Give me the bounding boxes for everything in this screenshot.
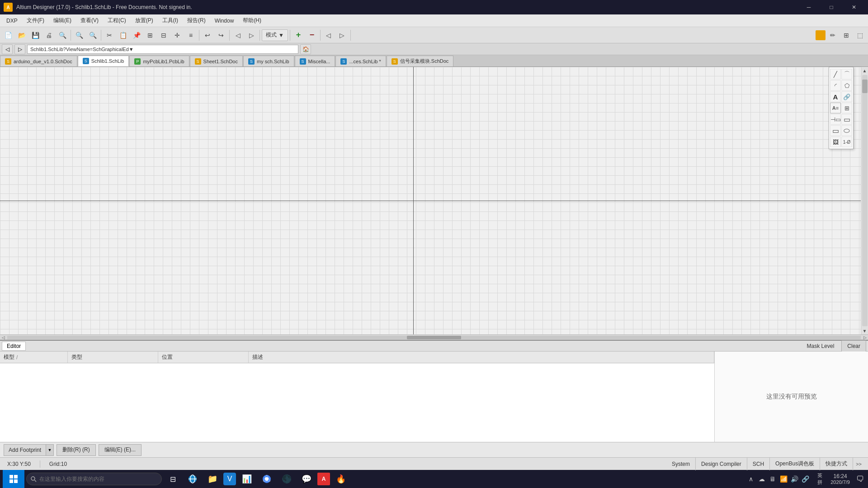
find-button[interactable]: 🔍 <box>56 29 69 42</box>
zoom-in-button[interactable]: 🔍 <box>73 29 85 42</box>
add-pin-button[interactable]: ⊣▭ <box>830 114 841 125</box>
hscroll-thumb[interactable] <box>407 336 461 339</box>
scroll-down-button[interactable]: ▼ <box>861 327 868 334</box>
draw-polygon-button[interactable]: ⬠ <box>841 80 852 91</box>
tab-arduino[interactable]: S arduino_due_v1.0.SchDoc <box>0 56 77 66</box>
maximize-button[interactable]: □ <box>821 0 842 14</box>
start-button[interactable] <box>3 470 24 488</box>
tray-volume-icon[interactable]: 🔊 <box>789 474 799 484</box>
status-tab-design[interactable]: Design Compiler <box>696 458 747 470</box>
add-textbox-button[interactable]: A≡ <box>830 103 841 113</box>
menu-report[interactable]: 报告(R) <box>183 15 210 26</box>
minus-button[interactable]: − <box>306 29 318 42</box>
scroll-up-button[interactable]: ▲ <box>861 67 868 74</box>
taskbar-altium-icon[interactable]: A <box>317 473 330 485</box>
addr-back-button[interactable]: ◁ <box>2 44 13 54</box>
menu-help[interactable]: 帮助(H) <box>238 15 266 26</box>
tray-up-icon[interactable]: ∧ <box>746 474 756 484</box>
add-rect-button[interactable]: ▭ <box>841 114 852 125</box>
tray-wifi-icon[interactable]: 📶 <box>778 474 788 484</box>
menu-window[interactable]: Window <box>210 16 239 26</box>
minimize-button[interactable]: ─ <box>798 0 819 14</box>
tab-pcblib[interactable]: P myPcbLib1.PcbLib <box>129 56 189 66</box>
save-button[interactable]: 💾 <box>29 29 42 42</box>
grid-btn[interactable]: ⊞ <box>840 29 853 42</box>
add-image-button[interactable]: 🖼 <box>830 136 841 147</box>
taskbar-wechat-icon[interactable]: 💬 <box>297 470 316 488</box>
status-tab-sch[interactable]: SCH <box>747 458 770 470</box>
taskbar-fire-icon[interactable]: 🔥 <box>332 470 350 488</box>
copy-button[interactable]: 📋 <box>117 29 129 42</box>
address-input[interactable] <box>27 45 298 54</box>
layer-btn[interactable]: ⬚ <box>854 29 866 42</box>
add-text-button[interactable]: A <box>830 91 841 102</box>
draw-btn[interactable]: ✏ <box>826 29 839 42</box>
taskbar-dark-icon[interactable]: 🌑 <box>278 470 296 488</box>
scroll-thumb[interactable] <box>862 80 868 93</box>
add-footprint-button[interactable]: Add Footprint <box>4 444 46 456</box>
add-link-button[interactable]: 🔗 <box>841 91 852 102</box>
language-indicator[interactable]: 英 拼 <box>815 472 825 486</box>
taskbar-ie-icon[interactable] <box>184 470 202 488</box>
hscroll-left-button[interactable]: ◁ <box>0 335 6 340</box>
add-number-button[interactable]: 1-Ø <box>841 136 852 147</box>
align-button[interactable]: ≡ <box>184 29 197 42</box>
add-table-button[interactable]: ⊞ <box>841 103 852 113</box>
draw-arc-button[interactable]: ◜ <box>830 80 841 91</box>
taskbar-search[interactable] <box>26 473 162 485</box>
nav-prev-button[interactable]: ◁ <box>322 29 335 42</box>
close-button[interactable]: ✕ <box>844 0 864 14</box>
tab-sheet1[interactable]: S Sheet1.SchDoc <box>190 56 243 66</box>
status-tab-system[interactable]: System <box>666 458 696 470</box>
menu-edit[interactable]: 编辑(E) <box>49 15 76 26</box>
task-view-button[interactable]: ⊟ <box>164 470 182 488</box>
menu-tools[interactable]: 工具(I) <box>158 15 183 26</box>
draw-line-button[interactable]: ╱ <box>830 69 841 80</box>
nav-next-button[interactable]: ▷ <box>336 29 349 42</box>
status-expand-button[interactable]: >> <box>853 461 864 467</box>
add-ellipse-button[interactable]: ⬭ <box>841 125 852 136</box>
edit-button[interactable]: 编辑(E) (E)... <box>99 444 142 456</box>
tab-schlib1[interactable]: S Schlib1.SchLib <box>78 56 129 66</box>
tray-display-icon[interactable]: 🖥 <box>768 474 778 484</box>
grid-btn-1[interactable] <box>816 30 826 40</box>
taskbar-v-icon[interactable]: V <box>223 473 236 485</box>
print-button[interactable]: 🖨 <box>42 29 55 42</box>
undo-button[interactable]: ↩ <box>201 29 214 42</box>
clock[interactable]: 16:24 2020/7/9 <box>827 473 854 485</box>
taskbar-chart-icon[interactable]: 📊 <box>238 470 256 488</box>
tab-misc[interactable]: S Miscella... <box>295 56 335 66</box>
menu-dxp[interactable]: DXP <box>2 16 22 26</box>
tab-mysch[interactable]: S my sch.SchLib <box>243 56 294 66</box>
menu-file[interactable]: 文件(F) <box>22 15 49 26</box>
tray-network-icon[interactable]: 🔗 <box>800 474 810 484</box>
tab-signal[interactable]: S 信号采集模块.SchDoc <box>387 56 454 66</box>
select-button[interactable]: ⊞ <box>144 29 156 42</box>
deselect-button[interactable]: ⊟ <box>157 29 170 42</box>
new-button[interactable]: 📄 <box>2 29 14 42</box>
plus-button[interactable]: + <box>292 29 305 42</box>
taskbar-explorer-icon[interactable]: 📁 <box>203 470 222 488</box>
editor-tab[interactable]: Editor <box>2 342 26 351</box>
redo-button[interactable]: ↪ <box>215 29 227 42</box>
delete-button[interactable]: 删除(R) (R) <box>57 444 96 456</box>
menu-view[interactable]: 查看(V) <box>76 15 103 26</box>
taskbar-search-input[interactable] <box>39 476 158 482</box>
hscroll-right-button[interactable]: ▷ <box>862 335 868 340</box>
move-button[interactable]: ✛ <box>171 29 184 42</box>
clear-button[interactable]: Clear <box>841 340 866 352</box>
cut-button[interactable]: ✂ <box>103 29 116 42</box>
menu-project[interactable]: 工程(C) <box>103 15 131 26</box>
add-footprint-dropdown[interactable]: ▼ <box>46 444 54 456</box>
addr-home-button[interactable]: 🏠 <box>300 44 311 54</box>
menu-place[interactable]: 放置(P) <box>131 15 158 26</box>
status-tab-shortcuts[interactable]: 快捷方式 <box>820 458 853 470</box>
tab-ces[interactable]: S ...ces.SchLib * <box>335 56 386 66</box>
paste-button[interactable]: 📌 <box>130 29 143 42</box>
taskbar-chrome-icon[interactable] <box>258 470 276 488</box>
status-tab-openbus[interactable]: OpenBus调色板 <box>770 458 820 470</box>
nav-forward-button[interactable]: ▷ <box>245 29 258 42</box>
draw-arc-line-button[interactable]: ⌒ <box>841 69 852 80</box>
tray-cloud-icon[interactable]: ☁ <box>757 474 767 484</box>
mode-button[interactable]: 模式 ▼ <box>262 29 288 41</box>
